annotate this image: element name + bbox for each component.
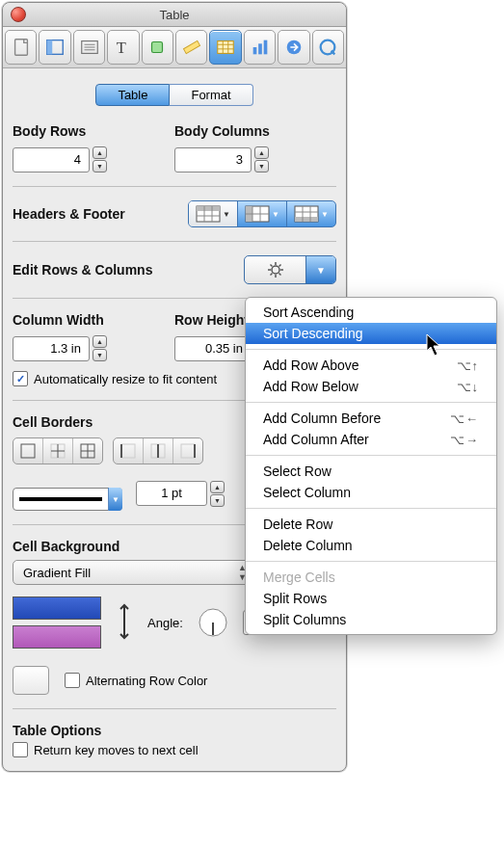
- tab-table[interactable]: Table: [95, 84, 170, 106]
- svg-line-43: [270, 274, 272, 276]
- menu-split-rows[interactable]: Split Rows: [246, 588, 496, 609]
- background-type-select[interactable]: Gradient Fill ▲▼: [13, 560, 257, 585]
- body-columns-label: Body Columns: [174, 123, 336, 139]
- border-right[interactable]: [173, 438, 202, 464]
- headers-footer-label: Headers & Footer: [13, 206, 125, 222]
- edit-rows-cols-menu-button[interactable]: ▼: [244, 255, 336, 284]
- alt-row-checkbox[interactable]: [65, 673, 80, 688]
- tab-format[interactable]: Format: [170, 84, 252, 106]
- border-left[interactable]: [114, 438, 144, 464]
- body-columns-step-down[interactable]: ▼: [254, 160, 269, 172]
- inspector-toolbar: T: [3, 27, 346, 68]
- chevron-down-icon: ▼: [305, 256, 335, 283]
- menu-split-cols[interactable]: Split Columns: [246, 609, 496, 630]
- svg-rect-16: [258, 43, 262, 54]
- menu-add-col-after[interactable]: Add Column After⌥→: [246, 429, 496, 450]
- edit-rows-cols-label: Edit Rows & Columns: [13, 262, 152, 278]
- svg-rect-55: [181, 444, 195, 458]
- table-options-label: Table Options: [13, 723, 336, 738]
- header-col-button[interactable]: ▼: [238, 201, 287, 226]
- border-inner[interactable]: [43, 438, 73, 464]
- close-window-button[interactable]: [11, 7, 26, 22]
- svg-point-35: [272, 266, 279, 274]
- swap-colors-icon[interactable]: [115, 601, 134, 645]
- column-width-input[interactable]: 1.3 in: [13, 336, 90, 361]
- auto-resize-checkbox[interactable]: ✓: [13, 371, 28, 386]
- svg-rect-8: [152, 42, 163, 53]
- menu-merge-cells: Merge Cells: [246, 567, 496, 588]
- edit-rows-cols-popup-menu: Sort Ascending Sort Descending Add Row A…: [245, 297, 497, 635]
- stroke-style-select[interactable]: ▼: [13, 488, 122, 511]
- stroke-width-step-up[interactable]: ▲: [210, 481, 225, 493]
- menu-add-row-below[interactable]: Add Row Below⌥↓: [246, 376, 496, 397]
- body-columns-input[interactable]: 3: [174, 147, 252, 172]
- column-width-label: Column Width: [13, 312, 174, 328]
- menu-delete-row[interactable]: Delete Row: [246, 514, 496, 535]
- svg-rect-21: [197, 206, 220, 211]
- body-rows-step-down[interactable]: ▼: [93, 160, 107, 172]
- return-key-label: Return key moves to next cell: [34, 743, 199, 757]
- row-height-input[interactable]: 0.35 in: [174, 336, 252, 361]
- svg-line-40: [270, 265, 272, 267]
- link-inspector-button[interactable]: [278, 30, 309, 65]
- headers-footer-segment[interactable]: ▼ ▼ ▼: [188, 200, 336, 227]
- svg-rect-0: [14, 40, 27, 56]
- svg-rect-2: [47, 40, 53, 55]
- menu-sort-ascending[interactable]: Sort Ascending: [246, 302, 496, 323]
- gear-icon: [267, 261, 284, 278]
- stroke-width-step-down[interactable]: ▼: [210, 494, 225, 507]
- svg-line-41: [279, 274, 280, 276]
- auto-resize-label: Automatically resize to fit content: [34, 372, 217, 386]
- svg-rect-15: [252, 47, 256, 54]
- menu-select-col[interactable]: Select Column: [246, 482, 496, 503]
- header-row-button[interactable]: ▼: [189, 201, 238, 226]
- column-width-step-up[interactable]: ▲: [93, 335, 107, 348]
- text-inspector-button[interactable]: T: [107, 30, 139, 65]
- body-rows-step-up[interactable]: ▲: [93, 146, 107, 159]
- body-columns-step-up[interactable]: ▲: [254, 146, 269, 159]
- body-rows-label: Body Rows: [13, 123, 174, 139]
- wrap-inspector-button[interactable]: [73, 30, 105, 65]
- gradient-color-1[interactable]: [13, 596, 101, 620]
- document-inspector-button[interactable]: [5, 30, 37, 65]
- quicktime-inspector-button[interactable]: [312, 30, 344, 65]
- body-rows-input[interactable]: 4: [13, 147, 90, 172]
- svg-rect-10: [218, 41, 234, 54]
- angle-label: Angle:: [147, 616, 183, 630]
- svg-rect-9: [183, 40, 199, 53]
- svg-rect-31: [295, 217, 318, 222]
- metrics-inspector-button[interactable]: [175, 30, 207, 65]
- gradient-color-2[interactable]: [13, 625, 101, 649]
- menu-add-col-before[interactable]: Add Column Before⌥←: [246, 408, 496, 429]
- svg-rect-51: [121, 444, 135, 458]
- alt-row-label: Alternating Row Color: [86, 674, 207, 688]
- chart-inspector-button[interactable]: [244, 30, 276, 65]
- svg-line-42: [279, 265, 280, 267]
- alt-row-color-swatch[interactable]: [13, 666, 49, 695]
- svg-text:T: T: [117, 39, 126, 57]
- svg-rect-17: [263, 40, 267, 55]
- window-title: Table: [3, 8, 346, 22]
- menu-sort-descending[interactable]: Sort Descending: [246, 323, 496, 344]
- border-vcenter[interactable]: [144, 438, 173, 464]
- svg-rect-44: [21, 444, 35, 458]
- border-all[interactable]: [73, 438, 102, 464]
- layout-inspector-button[interactable]: [39, 30, 70, 65]
- menu-delete-col[interactable]: Delete Column: [246, 535, 496, 556]
- menu-add-row-above[interactable]: Add Row Above⌥↑: [246, 355, 496, 376]
- menu-select-row[interactable]: Select Row: [246, 461, 496, 482]
- table-inspector-button[interactable]: [209, 30, 241, 65]
- column-width-step-down[interactable]: ▼: [93, 349, 107, 361]
- graphic-inspector-button[interactable]: [142, 30, 173, 65]
- footer-row-button[interactable]: ▼: [287, 201, 335, 226]
- return-key-checkbox[interactable]: [13, 742, 28, 757]
- angle-dial[interactable]: [197, 606, 229, 639]
- stroke-width-input[interactable]: 1 pt: [136, 481, 207, 506]
- border-outer[interactable]: [13, 438, 43, 464]
